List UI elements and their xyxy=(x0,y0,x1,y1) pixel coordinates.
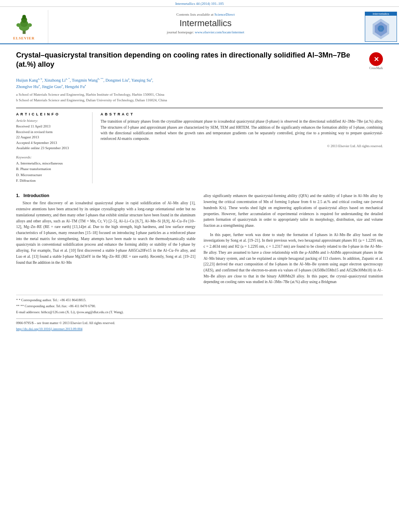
abstract-column: A B S T R A C T The transition of primar… xyxy=(101,112,383,183)
received-revised-label: Received in revised form xyxy=(16,129,86,135)
doi-bar: 0966-9795/$ – see front matter © 2013 El… xyxy=(16,318,383,332)
keyword-1: A. Intermetallics, miscellaneous xyxy=(16,160,86,166)
svg-point-6 xyxy=(27,23,32,27)
intermetallics-logo-svg xyxy=(367,17,395,40)
intro-paragraph-3: In this paper, further work was done to … xyxy=(204,232,383,285)
keyword-3: D. Microstructure xyxy=(16,172,86,178)
journal-title: Intermetallics xyxy=(179,18,232,29)
svg-point-4 xyxy=(22,15,26,19)
keyword-4: F. Diffraction xyxy=(16,178,86,183)
intermetallics-logo-title: Intermetallics xyxy=(365,12,397,16)
sciencedirect-line: Contents lists available at ScienceDirec… xyxy=(177,12,235,16)
article-history-label: Article history: xyxy=(16,119,86,123)
authors-line: Huijun Kanga, b, Xinzhong Lia, *, Tongmi… xyxy=(16,77,383,90)
intermetallics-logo-box: Intermetallics xyxy=(365,12,397,42)
doi-link[interactable]: http://dx.doi.org/10.1016/j.intermet.201… xyxy=(16,327,82,331)
journal-reference: Intermetallics 44 (2014) 101–105 xyxy=(175,2,224,6)
intro-paragraph-2: alloy significantly enhances the quasicr… xyxy=(204,193,383,228)
footnote-star2: ** ** Corresponding author. Tel./fax: +8… xyxy=(16,304,383,309)
body-left-column: 1. Introduction Since the first discover… xyxy=(16,193,195,288)
footnote-email: E-mail addresses: hithcz@126.com (X. Li)… xyxy=(16,310,383,315)
elsevier-logo-section: ELSEVIER xyxy=(0,10,48,43)
article-info-label: A R T I C L E I N F O xyxy=(16,112,86,116)
footnotes-section: * * Corresponding author. Tel.: +86 451 … xyxy=(16,295,383,314)
paper-content: Crystal–quasicrystal transition dependin… xyxy=(0,44,399,339)
intro-paragraph-1: Since the first discovery of an icosahed… xyxy=(16,200,195,265)
journal-header: ELSEVIER Contents lists available at Sci… xyxy=(0,7,399,44)
intermetallics-logo-image xyxy=(365,16,397,41)
received-revised-date: 22 August 2013 xyxy=(16,135,86,140)
available-date: Available online 23 September 2013 xyxy=(16,146,86,151)
accepted-date: Accepted 4 September 2013 xyxy=(16,140,86,146)
sciencedirect-link[interactable]: ScienceDirect xyxy=(214,12,234,16)
received-date: Received 11 April 2013 xyxy=(16,124,86,129)
footnote-star1: * * Corresponding author. Tel.: +86 451 … xyxy=(16,298,383,303)
journal-header-center: Contents lists available at ScienceDirec… xyxy=(48,10,363,43)
abstract-text: The transition of primary phases from th… xyxy=(101,119,383,142)
doi-line: http://dx.doi.org/10.1016/j.intermet.201… xyxy=(16,327,383,332)
article-info-column: A R T I C L E I N F O Article history: R… xyxy=(16,112,93,183)
keywords-label: Keywords: xyxy=(16,155,86,159)
issn-line: 0966-9795/$ – see front matter © 2013 El… xyxy=(16,320,383,326)
keywords-section: Keywords: A. Intermetallics, miscellaneo… xyxy=(16,155,86,184)
body-right-column: alloy significantly enhances the quasicr… xyxy=(204,193,383,288)
keyword-2: B. Phase transformation xyxy=(16,166,86,172)
affiliation-a: a School of Materials Science and Engine… xyxy=(16,92,383,98)
paper-title: Crystal–quasicrystal transition dependin… xyxy=(16,51,364,70)
elsevier-label: ELSEVIER xyxy=(13,36,35,40)
body-section: 1. Introduction Since the first discover… xyxy=(16,188,383,288)
journal-homepage: journal homepage: www.elsevier.com/locat… xyxy=(167,30,244,34)
article-meta-section: A R T I C L E I N F O Article history: R… xyxy=(16,108,383,183)
affiliations: a School of Materials Science and Engine… xyxy=(16,92,383,103)
elsevier-tree-icon xyxy=(12,13,36,35)
intro-heading: 1. Introduction xyxy=(16,193,195,198)
svg-point-5 xyxy=(16,23,21,27)
journal-logo-section: Intermetallics xyxy=(363,10,399,43)
crossmark-icon: ✕ xyxy=(369,52,383,66)
abstract-label: A B S T R A C T xyxy=(101,112,383,116)
elsevier-logo: ELSEVIER xyxy=(12,13,36,40)
copyright-line: © 2013 Elsevier Ltd. All rights reserved… xyxy=(101,144,383,148)
journal-reference-bar: Intermetallics 44 (2014) 101–105 xyxy=(0,0,399,7)
affiliation-b: b School of Materials Science and Engine… xyxy=(16,98,383,103)
journal-url[interactable]: www.elsevier.com/locate/intermet xyxy=(195,30,244,34)
